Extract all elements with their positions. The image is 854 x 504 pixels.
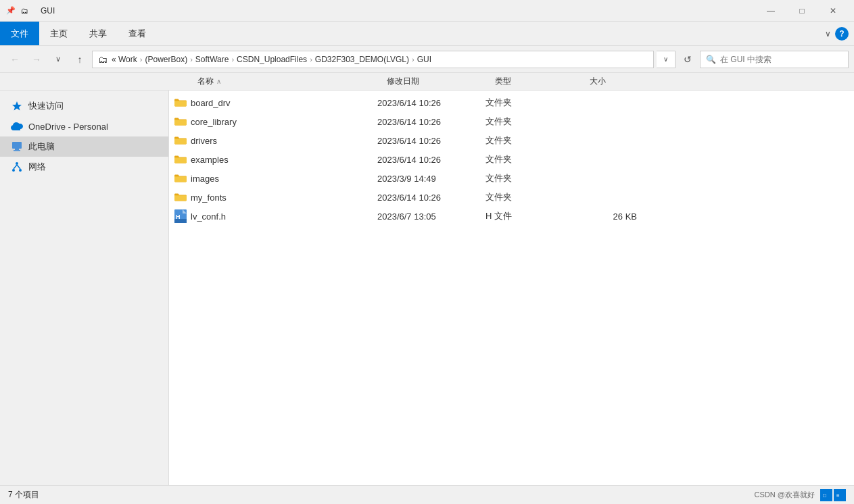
menu-bar: 文件 主页 共享 查看 ∨ ?: [0, 22, 854, 46]
svg-rect-3: [14, 150, 20, 151]
sidebar-item-network[interactable]: 网络: [0, 157, 168, 177]
path-segment-work: « Work: [112, 55, 137, 64]
table-row[interactable]: images 2023/3/9 14:49 文件夹: [169, 169, 854, 188]
file-name-images: images: [174, 172, 377, 184]
search-input[interactable]: [720, 55, 843, 64]
address-path[interactable]: 🗂 « Work › (PowerBox) › SoftWare › CSDN_…: [92, 51, 654, 68]
main-area: 快速访问 OneDrive - Personal 此电脑: [0, 91, 854, 485]
file-name-board-drv: board_drv: [174, 97, 377, 109]
sidebar-label-network: 网络: [28, 161, 46, 173]
refresh-button[interactable]: ↺: [678, 50, 697, 69]
svg-marker-0: [12, 101, 22, 111]
table-row[interactable]: my_fonts 2023/6/14 10:26 文件夹: [169, 188, 854, 207]
network-icon: [11, 161, 23, 173]
close-button[interactable]: ✕: [817, 0, 849, 22]
back-button[interactable]: ←: [5, 50, 24, 69]
search-box[interactable]: 🔍: [700, 51, 849, 68]
svg-point-5: [12, 169, 15, 172]
col-header-type[interactable]: 类型: [495, 76, 590, 87]
menu-item-home[interactable]: 主页: [39, 22, 78, 45]
path-segment-gui: GUI: [417, 55, 431, 64]
menu-item-view[interactable]: 查看: [118, 22, 157, 45]
sidebar-item-quickaccess[interactable]: 快速访问: [0, 96, 168, 116]
status-bar: 7 个项目 CSDN @欢喜就好 □ ≡: [0, 485, 854, 504]
title-bar-icons: 📌 🗂: [5, 5, 30, 16]
table-row[interactable]: board_drv 2023/6/14 10:26 文件夹: [169, 93, 854, 112]
h-file-icon: H: [174, 210, 187, 222]
svg-rect-1: [12, 142, 22, 149]
path-segment-gd32: GD32F303_DEMO(LVGL): [315, 55, 409, 64]
file-name-drivers: drivers: [174, 134, 377, 147]
table-row[interactable]: examples 2023/6/14 10:26 文件夹: [169, 150, 854, 169]
path-segment-csdn: CSDN_UploadFiles: [237, 55, 307, 64]
search-icon: 🔍: [706, 55, 716, 64]
sidebar-label-thispc: 此电脑: [28, 141, 55, 153]
svg-text:≡: ≡: [836, 493, 840, 499]
svg-point-6: [19, 169, 22, 172]
forward-button[interactable]: →: [27, 50, 46, 69]
expand-icon[interactable]: ∨: [825, 29, 831, 39]
svg-line-7: [14, 165, 17, 169]
file-name-lv-conf-h: H lv_conf.h: [174, 210, 377, 222]
menu-item-file[interactable]: 文件: [0, 22, 39, 45]
table-row[interactable]: H lv_conf.h 2023/6/7 13:05 H 文件 26 KB: [169, 207, 854, 226]
svg-rect-11: [174, 219, 187, 223]
file-name-core-library: core_library: [174, 116, 377, 128]
folder-icon-title: 🗂: [19, 5, 30, 16]
col-header-name[interactable]: 名称 ∧: [184, 76, 387, 87]
svg-text:□: □: [823, 493, 826, 499]
folder-icon: [174, 116, 187, 128]
svg-point-4: [16, 162, 18, 165]
menu-item-share[interactable]: 共享: [78, 22, 118, 45]
help-icon[interactable]: ?: [835, 27, 849, 41]
file-name-examples: examples: [174, 153, 377, 166]
folder-icon: [174, 191, 187, 203]
title-bar-controls: — □ ✕: [755, 0, 849, 22]
folder-icon: [174, 97, 187, 109]
folder-icon: [174, 153, 187, 166]
pin-icon: 📌: [5, 5, 16, 16]
sidebar-item-thispc[interactable]: 此电脑: [0, 136, 168, 157]
sidebar-label-quickaccess: 快速访问: [28, 100, 64, 112]
watermark: CSDN @欢喜就好 □ ≡: [755, 489, 846, 501]
address-bar: ← → ∨ ↑ 🗂 « Work › (PowerBox) › SoftWare…: [0, 46, 854, 73]
computer-icon: [11, 141, 23, 153]
up-button[interactable]: ↑: [70, 50, 89, 69]
path-segment-software: SoftWare: [195, 55, 229, 64]
maximize-button[interactable]: □: [786, 0, 817, 22]
sidebar-item-onedrive[interactable]: OneDrive - Personal: [0, 116, 168, 136]
status-icon-2: ≡: [834, 489, 846, 501]
status-icon-1: □: [820, 489, 832, 501]
path-segment-powerbox: (PowerBox): [145, 55, 187, 64]
item-count: 7 个项目: [8, 489, 39, 501]
minimize-button[interactable]: —: [755, 0, 786, 22]
folder-icon: [174, 172, 187, 184]
address-dropdown-button[interactable]: ∨: [657, 51, 675, 68]
file-name-my-fonts: my_fonts: [174, 191, 377, 203]
status-icons: □ ≡: [820, 489, 846, 501]
column-header-row: 名称 ∧ 修改日期 类型 大小: [0, 73, 854, 91]
window-title: GUI: [41, 6, 755, 16]
file-list: board_drv 2023/6/14 10:26 文件夹 core_libra…: [169, 91, 854, 485]
folder-icon: [174, 134, 187, 147]
title-bar: 📌 🗂 GUI — □ ✕: [0, 0, 854, 22]
svg-line-8: [17, 165, 20, 169]
sidebar: 快速访问 OneDrive - Personal 此电脑: [0, 91, 169, 485]
table-row[interactable]: core_library 2023/6/14 10:26 文件夹: [169, 112, 854, 131]
sidebar-label-onedrive: OneDrive - Personal: [28, 122, 108, 132]
col-header-size[interactable]: 大小: [590, 76, 657, 87]
dropdown-nav-button[interactable]: ∨: [49, 50, 68, 69]
cloud-icon: [11, 120, 23, 132]
table-row[interactable]: drivers 2023/6/14 10:26 文件夹: [169, 131, 854, 150]
col-header-date[interactable]: 修改日期: [387, 76, 495, 87]
star-icon: [11, 100, 23, 112]
svg-rect-2: [15, 149, 19, 150]
